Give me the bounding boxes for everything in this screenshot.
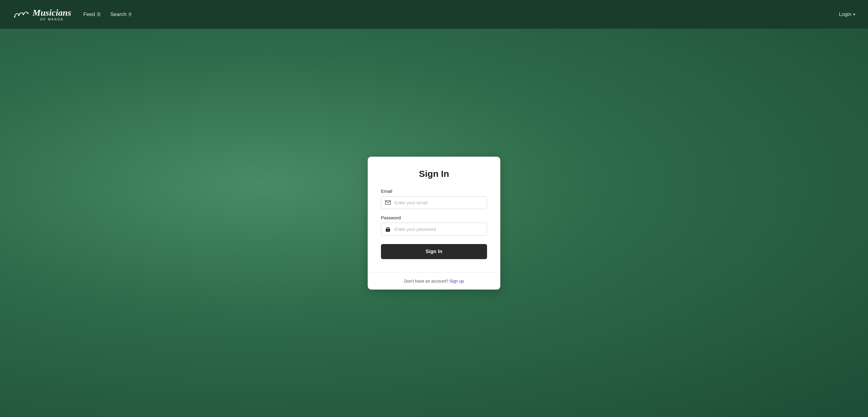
feed-label: Feed — [83, 11, 95, 18]
login-button[interactable]: Login ▼ — [839, 11, 856, 18]
svg-point-0 — [14, 16, 16, 18]
svg-point-1 — [18, 14, 20, 16]
list-icon: ☰ — [97, 12, 101, 17]
signup-prompt-text: Don't have an account? — [404, 279, 448, 284]
search-link[interactable]: Search ⚲ — [110, 11, 132, 18]
email-icon — [381, 200, 395, 204]
signup-link[interactable]: Sign up — [450, 279, 464, 284]
password-input-wrapper — [381, 223, 487, 236]
email-form-group: Email — [381, 189, 487, 209]
email-label: Email — [381, 189, 487, 194]
email-input-wrapper — [381, 196, 487, 209]
signin-card: Sign In Email Password — [368, 157, 500, 290]
logo-icon — [12, 8, 30, 21]
nav-right: Login ▼ — [839, 11, 856, 18]
svg-point-2 — [23, 13, 24, 15]
login-label: Login — [839, 11, 852, 18]
nav-links: Feed ☰ Search ⚲ — [83, 11, 839, 18]
brand-name: Musicians — [33, 7, 71, 18]
feed-link[interactable]: Feed ☰ — [83, 11, 101, 18]
lock-icon — [381, 226, 395, 232]
email-input[interactable] — [395, 196, 487, 209]
password-label: Password — [381, 215, 487, 220]
brand-logo[interactable]: Musicians OF MANOA — [12, 7, 71, 21]
password-input[interactable] — [395, 223, 487, 235]
signin-title: Sign In — [381, 169, 487, 179]
password-form-group: Password — [381, 215, 487, 236]
signin-button[interactable]: Sign In — [381, 244, 487, 259]
dropdown-arrow-icon: ▼ — [852, 13, 856, 16]
brand-subname: OF MANOA — [33, 18, 71, 21]
svg-point-6 — [388, 230, 389, 231]
search-icon: ⚲ — [128, 12, 132, 17]
signin-footer: Don't have an account? Sign up — [368, 272, 500, 290]
main-content: Sign In Email Password — [0, 29, 868, 417]
navbar: Musicians OF MANOA Feed ☰ Search ⚲ Login… — [0, 0, 868, 29]
search-label: Search — [110, 11, 127, 18]
svg-point-3 — [27, 13, 29, 14]
signin-form-body: Sign In Email Password — [368, 157, 500, 272]
